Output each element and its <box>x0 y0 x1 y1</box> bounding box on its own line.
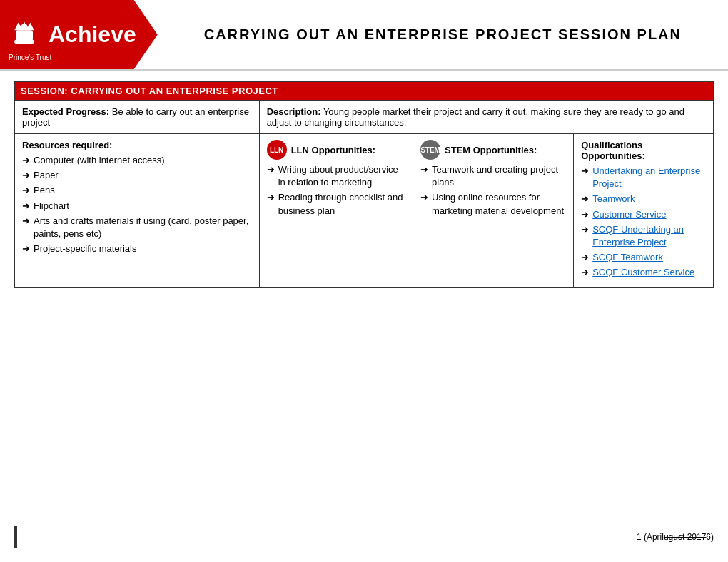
arrow-icon: ➜ <box>581 165 589 178</box>
session-table: SESSION: CARRYING OUT AN ENTERPRISE PROJ… <box>14 81 714 288</box>
stem-title: STEM Opportunities: <box>445 145 537 155</box>
arrow-icon: ➜ <box>22 242 30 255</box>
list-item: ➜ Customer Service <box>581 208 706 221</box>
footer-bar <box>14 526 17 548</box>
arrow-icon: ➜ <box>22 215 30 228</box>
qual-link-enterprise[interactable]: Undertaking an Enterprise Project <box>592 165 706 190</box>
svg-rect-1 <box>16 30 33 41</box>
arrow-icon: ➜ <box>581 251 589 264</box>
stem-list: ➜Teamwork and creating project plans ➜Us… <box>420 163 566 218</box>
list-item: ➜ SCQF Customer Service <box>581 266 706 279</box>
list-item: ➜Reading through checklist and business … <box>267 191 405 217</box>
description-label: Description: <box>267 106 321 117</box>
page-main-title: CARRYING OUT AN ENTERPRISE PROJECT SESSI… <box>204 26 682 43</box>
resources-row: Resources required: ➜Computer (with inte… <box>15 134 714 288</box>
stem-badge: STEM <box>420 140 440 160</box>
arrow-icon: ➜ <box>581 223 589 236</box>
svg-point-3 <box>21 23 28 29</box>
list-item: ➜Computer (with internet access) <box>22 154 252 167</box>
arrow-icon: ➜ <box>581 208 589 221</box>
qual-title: Qualifications Opportunities: <box>581 140 706 161</box>
qual-link-scqf-enterprise[interactable]: SCQF Undertaking an Enterprise Project <box>592 223 706 249</box>
arrow-icon: ➜ <box>420 191 428 204</box>
princes-trust-label: Prince's Trust <box>9 53 51 61</box>
lln-header: LLN LLN Opportunities: <box>267 140 405 160</box>
lln-cell: LLN LLN Opportunities: ➜Writing about pr… <box>259 134 413 288</box>
info-row: Expected Progress: Be able to carry out … <box>15 101 714 134</box>
session-header-row: SESSION: CARRYING OUT AN ENTERPRISE PROJ… <box>15 82 714 101</box>
april-text: April <box>647 532 664 542</box>
list-item: ➜Writing about product/service in relati… <box>267 163 405 189</box>
qual-list: ➜ Undertaking an Enterprise Project ➜ Te… <box>581 165 706 280</box>
description-text: Young people market their project and ca… <box>267 106 684 128</box>
footer: 1 (Aprilugust 20176) <box>0 526 728 548</box>
arrow-icon: ➜ <box>581 193 589 205</box>
qual-link-scqf-customer[interactable]: SCQF Customer Service <box>592 266 694 279</box>
arrow-icon: ➜ <box>22 184 30 197</box>
session-header-cell: SESSION: CARRYING OUT AN ENTERPRISE PROJ… <box>15 82 714 101</box>
resources-cell: Resources required: ➜Computer (with inte… <box>15 134 260 288</box>
session-header-value: CARRYING OUT AN ENTERPRISE PROJECT <box>71 86 278 96</box>
princes-trust-logo-icon <box>7 18 41 52</box>
list-item: ➜Flipchart <box>22 200 252 213</box>
qual-link-scqf-teamwork[interactable]: SCQF Teamwork <box>592 251 663 264</box>
arrow-icon: ➜ <box>420 163 428 176</box>
content-area: SESSION: CARRYING OUT AN ENTERPRISE PROJ… <box>0 71 728 299</box>
lln-title: LLN Opportunities: <box>291 145 375 155</box>
arrow-icon: ➜ <box>581 266 589 279</box>
arrow-icon: ➜ <box>267 163 275 176</box>
resources-list: ➜Computer (with internet access) ➜Paper … <box>22 154 252 255</box>
arrow-icon: ➜ <box>22 200 30 213</box>
lln-list: ➜Writing about product/service in relati… <box>267 163 405 218</box>
arrow-icon: ➜ <box>267 191 275 204</box>
list-item: ➜Arts and crafts materials if using (car… <box>22 215 252 240</box>
footer-text: 1 (Aprilugust 20176) <box>24 532 714 542</box>
header-title-section: CARRYING OUT AN ENTERPRISE PROJECT SESSI… <box>158 0 728 69</box>
qual-link-customer-service[interactable]: Customer Service <box>592 208 666 221</box>
qual-link-teamwork[interactable]: Teamwork <box>592 193 635 205</box>
list-item: ➜Paper <box>22 169 252 182</box>
list-item: ➜Pens <box>22 184 252 197</box>
list-item: ➜ Teamwork <box>581 193 706 205</box>
arrow-icon: ➜ <box>22 154 30 167</box>
page-number: 1 ( <box>637 532 647 542</box>
logo-achieve-text: Achieve <box>49 21 136 48</box>
header: Achieve CARRYING OUT AN ENTERPRISE PROJE… <box>0 0 728 71</box>
list-item: ➜Using online resources for marketing ma… <box>420 191 566 217</box>
arrow-icon: ➜ <box>22 169 30 182</box>
expected-progress-cell: Expected Progress: Be able to carry out … <box>15 101 260 134</box>
list-item: ➜Teamwork and creating project plans <box>420 163 566 189</box>
svg-rect-2 <box>14 39 34 43</box>
lln-badge: LLN <box>267 140 287 160</box>
list-item: ➜ SCQF Teamwork <box>581 251 706 264</box>
qual-cell: Qualifications Opportunities: ➜ Undertak… <box>574 134 714 288</box>
list-item: ➜ Undertaking an Enterprise Project <box>581 165 706 190</box>
list-item: ➜ SCQF Undertaking an Enterprise Project <box>581 223 706 249</box>
stem-header: STEM STEM Opportunities: <box>420 140 566 160</box>
resources-label: Resources required: <box>22 140 252 150</box>
expected-progress-label: Expected Progress: <box>22 106 109 117</box>
description-cell: Description: Young people market their p… <box>259 101 713 134</box>
stem-cell: STEM STEM Opportunities: ➜Teamwork and c… <box>413 134 574 288</box>
strikethrough-text: ugust 2017 <box>664 532 706 542</box>
list-item: ➜Project-specific materials <box>22 242 252 255</box>
session-label: SESSION: <box>21 86 68 96</box>
year-end: 6) <box>706 532 714 542</box>
